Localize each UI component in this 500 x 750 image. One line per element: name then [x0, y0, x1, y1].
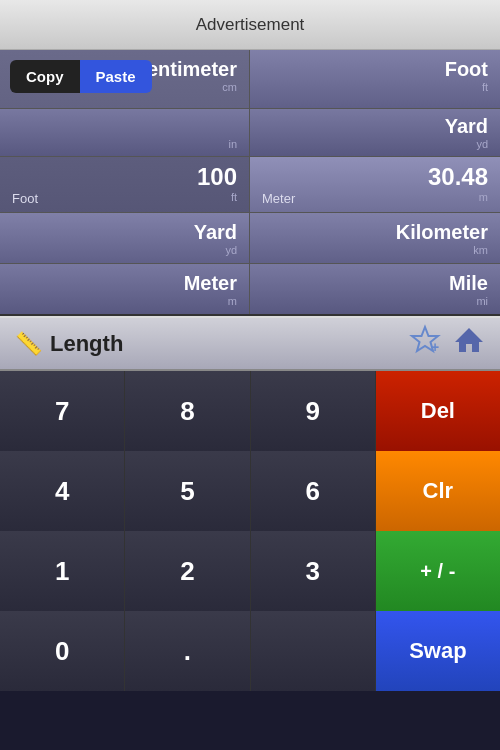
inch-abbr: in [228, 138, 237, 150]
home-icon-svg [453, 324, 485, 356]
key-decimal[interactable]: . [125, 611, 249, 691]
key-del[interactable]: Del [376, 371, 500, 451]
kilometer-label: Kilometer [396, 221, 488, 244]
key-0[interactable]: 0 [0, 611, 124, 691]
key-plus-minus[interactable]: + / - [376, 531, 500, 611]
meter-abbr: m [228, 295, 237, 307]
kilometer-abbr: km [473, 244, 488, 256]
copy-button[interactable]: Copy [10, 60, 80, 93]
key-7[interactable]: 7 [0, 371, 124, 451]
paste-button[interactable]: Paste [80, 60, 152, 93]
toolbar-title-section: 📏 Length [15, 331, 409, 357]
svg-marker-2 [455, 328, 483, 352]
ad-label: Advertisement [196, 15, 305, 35]
keypad-row-2: 4 5 6 Clr [0, 451, 500, 531]
toolbar-icons: + [409, 324, 485, 363]
key-8[interactable]: 8 [125, 371, 249, 451]
ruler-icon: 📏 [15, 331, 42, 357]
key-3[interactable]: 3 [251, 531, 375, 611]
key-swap[interactable]: Swap [376, 611, 500, 691]
key-9[interactable]: 9 [251, 371, 375, 451]
ft-abbr: ft [231, 191, 237, 206]
key-4[interactable]: 4 [0, 451, 124, 531]
conv-cell-yard2[interactable]: Yard yd [0, 213, 250, 263]
value-cell-left[interactable]: 100 Foot ft [0, 157, 250, 212]
conv-cell-kilometer[interactable]: Kilometer km [250, 213, 500, 263]
home-icon[interactable] [453, 324, 485, 363]
conv-cell-yard[interactable]: Yard yd [250, 109, 500, 156]
conv-cell-foot-top[interactable]: Foot ft [250, 50, 500, 108]
key-2[interactable]: 2 [125, 531, 249, 611]
key-blank [251, 611, 375, 691]
svg-text:+: + [431, 339, 439, 355]
toolbar: 📏 Length + [0, 316, 500, 371]
conv-cell-centimeter[interactable]: Centimeter cm Copy Paste [0, 50, 250, 108]
meter-label: Meter [184, 272, 237, 295]
conv-row-values: 100 Foot ft 30.48 Meter m [0, 157, 500, 213]
conv-cell-meter[interactable]: Meter m [0, 264, 250, 314]
value-100: 100 [12, 163, 237, 191]
foot-abbr: ft [482, 81, 488, 93]
conv-cell-mile[interactable]: Mile mi [250, 264, 500, 314]
copy-paste-popup: Copy Paste [10, 60, 152, 93]
length-label: Length [50, 331, 123, 357]
value-cell-right[interactable]: 30.48 Meter m [250, 157, 500, 212]
key-1[interactable]: 1 [0, 531, 124, 611]
m-abbr: m [479, 191, 488, 206]
yard-label: Yard [445, 115, 488, 138]
keypad-row-4: 0 . Swap [0, 611, 500, 691]
meter-name-label: Meter [262, 191, 295, 206]
mile-abbr: mi [476, 295, 488, 307]
mile-label: Mile [449, 272, 488, 295]
yard2-abbr: yd [225, 244, 237, 256]
foot-label: Foot [445, 58, 488, 81]
conv-row-3: Yard yd Kilometer km [0, 213, 500, 264]
conv-row-1: Centimeter cm Copy Paste Foot ft [0, 50, 500, 109]
ad-bar: Advertisement [0, 0, 500, 50]
star-icon-svg: + [409, 324, 441, 356]
yard2-label: Yard [194, 221, 237, 244]
keypad: 7 8 9 Del 4 5 6 Clr 1 2 3 + / - 0 . Swap [0, 371, 500, 691]
yard-abbr: yd [476, 138, 488, 150]
foot-name-label: Foot [12, 191, 38, 206]
key-5[interactable]: 5 [125, 451, 249, 531]
key-clr[interactable]: Clr [376, 451, 500, 531]
conv-row-2: in Yard yd [0, 109, 500, 157]
value-3048: 30.48 [262, 163, 488, 191]
key-6[interactable]: 6 [251, 451, 375, 531]
star-plus-icon[interactable]: + [409, 324, 441, 363]
conversion-area: Centimeter cm Copy Paste Foot ft in Yard… [0, 50, 500, 316]
keypad-row-1: 7 8 9 Del [0, 371, 500, 451]
conv-cell-inch[interactable]: in [0, 109, 250, 156]
keypad-row-3: 1 2 3 + / - [0, 531, 500, 611]
conv-row-4: Meter m Mile mi [0, 264, 500, 314]
